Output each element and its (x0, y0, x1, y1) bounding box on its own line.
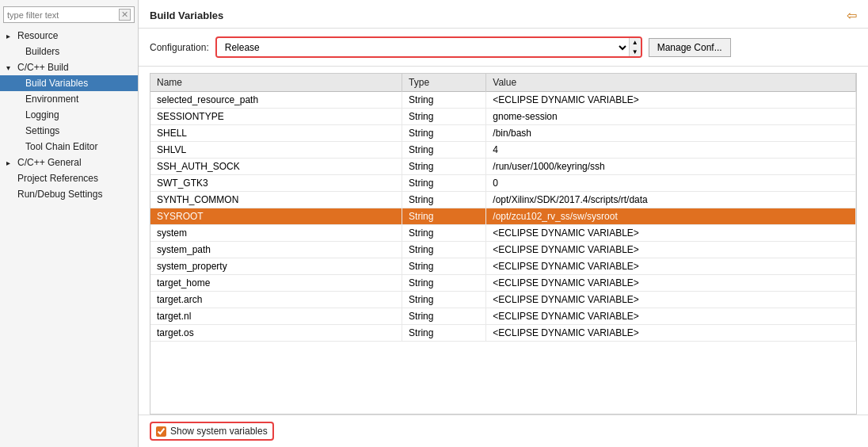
table-row[interactable]: target.osString<ECLIPSE DYNAMIC VARIABLE… (150, 325, 856, 342)
cell-value: <ECLIPSE DYNAMIC VARIABLE> (486, 292, 856, 308)
cell-value: /run/user/1000/keyring/ssh (486, 159, 856, 175)
cell-name: target_home (150, 275, 402, 292)
sidebar-item-cpp-build[interactable]: ▾C/C++ Build (0, 59, 138, 75)
table-row[interactable]: SHELLString/bin/bash (150, 125, 856, 142)
cell-name: SWT_GTK3 (150, 175, 402, 192)
page-title: Build Variables (150, 10, 223, 21)
sidebar: ✕ ▸ResourceBuilders▾C/C++ BuildBuild Var… (0, 0, 139, 447)
cell-name: SYNTH_COMMON (150, 192, 402, 208)
sidebar-item-build-variables[interactable]: Build Variables (0, 75, 138, 91)
config-select[interactable]: Release (217, 39, 629, 56)
cell-value: 0 (486, 175, 856, 192)
sidebar-item-label-cpp-general: C/C++ General (17, 157, 82, 168)
config-select-arrows[interactable]: ▲ ▼ (629, 38, 641, 56)
cell-value: <ECLIPSE DYNAMIC VARIABLE> (486, 325, 856, 342)
cell-type: String (402, 175, 486, 192)
table-row[interactable]: systemString<ECLIPSE DYNAMIC VARIABLE> (150, 225, 856, 242)
table-row[interactable]: system_propertyString<ECLIPSE DYNAMIC VA… (150, 258, 856, 275)
cell-name: SESSIONTYPE (150, 109, 402, 125)
table-row[interactable]: SSH_AUTH_SOCKString/run/user/1000/keyrin… (150, 159, 856, 175)
table-row[interactable]: SESSIONTYPEStringgnome-session (150, 109, 856, 125)
table-row[interactable]: SHLVLString4 (150, 142, 856, 159)
footer-area: Show system variables (139, 415, 868, 447)
cell-value: <ECLIPSE DYNAMIC VARIABLE> (486, 225, 856, 242)
cell-name: system (150, 225, 402, 242)
table-row[interactable]: system_pathString<ECLIPSE DYNAMIC VARIAB… (150, 242, 856, 258)
sidebar-item-cpp-general[interactable]: ▸C/C++ General (0, 155, 138, 170)
sidebar-item-tool-chain-editor[interactable]: Tool Chain Editor (0, 139, 138, 155)
config-select-wrapper[interactable]: Release ▲ ▼ (215, 36, 642, 58)
cell-type: String (402, 225, 486, 242)
table-row[interactable]: SYNTH_COMMONString/opt/Xilinx/SDK/2017.4… (150, 192, 856, 208)
sidebar-item-label-settings: Settings (25, 125, 59, 136)
cell-type: String (402, 242, 486, 258)
cell-type: String (402, 308, 486, 325)
filter-input[interactable] (7, 10, 119, 20)
cell-value: /opt/Xilinx/SDK/2017.4/scripts/rt/data (486, 192, 856, 208)
sidebar-item-label-tool-chain-editor: Tool Chain Editor (25, 141, 97, 152)
manage-conf-button[interactable]: Manage Conf... (649, 38, 731, 57)
sidebar-item-environment[interactable]: Environment (0, 91, 138, 107)
sidebar-item-label-cpp-build: C/C++ Build (17, 62, 69, 73)
sidebar-item-label-resource: Resource (17, 30, 58, 41)
main-panel: Build Variables ⇦ Configuration: Release… (139, 0, 868, 447)
sidebar-item-project-references[interactable]: Project References (0, 170, 138, 186)
expand-arrow-cpp-general: ▸ (6, 159, 16, 167)
cell-value: /opt/zcu102_rv_ss/sw/sysroot (486, 208, 856, 225)
filter-clear-button[interactable]: ✕ (119, 9, 131, 21)
cell-value: <ECLIPSE DYNAMIC VARIABLE> (486, 308, 856, 325)
cell-name: target.os (150, 325, 402, 342)
cell-type: String (402, 192, 486, 208)
table-row[interactable]: target.archString<ECLIPSE DYNAMIC VARIAB… (150, 292, 856, 308)
cell-value: <ECLIPSE DYNAMIC VARIABLE> (486, 275, 856, 292)
sidebar-item-run-debug-settings[interactable]: Run/Debug Settings (0, 186, 138, 202)
show-system-vars-label[interactable]: Show system variables (150, 422, 274, 441)
config-label: Configuration: (150, 42, 209, 53)
cell-name: system_property (150, 258, 402, 275)
cell-name: target.arch (150, 292, 402, 308)
cell-type: String (402, 208, 486, 225)
table-row[interactable]: target.nlString<ECLIPSE DYNAMIC VARIABLE… (150, 308, 856, 325)
show-system-vars-checkbox[interactable] (156, 426, 166, 437)
col-header-type: Type (402, 74, 486, 92)
show-system-vars-text: Show system variables (170, 426, 268, 437)
cell-value: 4 (486, 142, 856, 159)
table-row[interactable]: SYSROOTString/opt/zcu102_rv_ss/sw/sysroo… (150, 208, 856, 225)
cell-name: SSH_AUTH_SOCK (150, 159, 402, 175)
sidebar-item-label-builders: Builders (25, 46, 59, 57)
cell-name: SHELL (150, 125, 402, 142)
table-row[interactable]: target_homeString<ECLIPSE DYNAMIC VARIAB… (150, 275, 856, 292)
cell-name: system_path (150, 242, 402, 258)
main-header: Build Variables ⇦ (139, 0, 868, 29)
sidebar-item-logging[interactable]: Logging (0, 107, 138, 123)
cell-name: SHLVL (150, 142, 402, 159)
config-arrow-up[interactable]: ▲ (630, 38, 641, 48)
sidebar-item-settings[interactable]: Settings (0, 123, 138, 139)
cell-value: /bin/bash (486, 125, 856, 142)
col-header-name: Name (150, 74, 402, 92)
cell-type: String (402, 325, 486, 342)
config-arrow-down[interactable]: ▼ (630, 48, 641, 57)
variables-table: Name Type Value selected_resource_pathSt… (150, 74, 856, 342)
sidebar-item-label-logging: Logging (25, 109, 59, 120)
cell-value: <ECLIPSE DYNAMIC VARIABLE> (486, 92, 856, 109)
cell-name: target.nl (150, 308, 402, 325)
expand-arrow-resource: ▸ (6, 32, 16, 40)
table-header-row: Name Type Value (150, 74, 856, 92)
cell-type: String (402, 125, 486, 142)
table-row[interactable]: SWT_GTK3String0 (150, 175, 856, 192)
sidebar-item-resource[interactable]: ▸Resource (0, 28, 138, 44)
sidebar-item-label-environment: Environment (25, 94, 78, 105)
cell-type: String (402, 292, 486, 308)
cell-type: String (402, 109, 486, 125)
sidebar-item-builders[interactable]: Builders (0, 44, 138, 59)
help-icon[interactable]: ⇦ (847, 8, 857, 23)
cell-type: String (402, 92, 486, 109)
sidebar-item-label-project-references: Project References (17, 173, 98, 184)
filter-bar[interactable]: ✕ (3, 6, 135, 23)
cell-value: <ECLIPSE DYNAMIC VARIABLE> (486, 258, 856, 275)
sidebar-item-label-run-debug-settings: Run/Debug Settings (17, 189, 102, 200)
variables-table-area: Name Type Value selected_resource_pathSt… (150, 73, 857, 415)
cell-type: String (402, 258, 486, 275)
table-row[interactable]: selected_resource_pathString<ECLIPSE DYN… (150, 92, 856, 109)
